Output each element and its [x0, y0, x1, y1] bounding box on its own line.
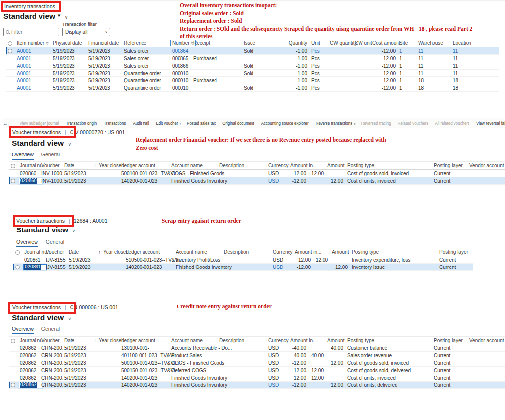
col-header-currency[interactable]: Currency	[266, 162, 289, 170]
col-header-year-closed[interactable]: Year closed	[97, 337, 119, 344]
toolbar-button[interactable]: View reversal failures	[476, 121, 505, 126]
grid-filter-searchbox[interactable]	[3, 28, 59, 36]
tab[interactable]: General	[46, 239, 64, 247]
toolbar-button[interactable]: View subledger journal	[19, 121, 60, 126]
col-header-posting-layer[interactable]: Posting layer	[432, 162, 468, 170]
col-header-account-name[interactable]: Account name	[169, 162, 217, 170]
sort-ascending-icon[interactable]: ↑	[92, 162, 97, 170]
journal-number-editbox[interactable]: 020862	[20, 353, 36, 358]
filter-icon[interactable]: ▽	[46, 42, 48, 45]
number-link[interactable]: 000010	[170, 77, 191, 84]
row-radio[interactable]	[8, 49, 12, 53]
toolbar-button[interactable]: Transaction origin	[66, 121, 98, 126]
toolbar-button[interactable]: Edit voucher∨	[156, 121, 181, 126]
col-header-description[interactable]: Description	[217, 337, 266, 344]
col-header-journal-number[interactable]: Journal nu...	[18, 337, 39, 344]
col-header-amount[interactable]: Amount	[325, 162, 345, 170]
select-all-radio[interactable]	[15, 250, 20, 255]
voucher-table-row[interactable]: 020860 INV-1000... 5/19/2023 140200-001-…	[9, 177, 505, 185]
item-number-link[interactable]: A0001	[15, 55, 51, 62]
col-header-quantity[interactable]: Quantity	[286, 39, 309, 47]
col-header-ledger-account[interactable]: Ledger account	[124, 248, 174, 256]
col-header-unit[interactable]: Unit	[309, 39, 328, 47]
col-header-warehouse[interactable]: Warehouse	[416, 39, 451, 47]
toolbar-button[interactable]: Posted sales tax	[187, 121, 217, 126]
col-header-cw-unit[interactable]: CW unit	[353, 39, 370, 47]
voucher-table-row[interactable]: 020860 INV-1000... 5/19/2023 500100-001-…	[9, 170, 505, 177]
inventory-table-row[interactable]: A0001 5/19/2023 5/19/2023 Quarantine ord…	[6, 70, 499, 77]
row-radio[interactable]	[11, 383, 15, 387]
tab[interactable]: General	[41, 326, 60, 334]
number-link[interactable]: 000864	[170, 47, 191, 55]
view-selector[interactable]: Standard view ∨	[16, 226, 75, 234]
tab[interactable]: Overview	[16, 239, 38, 247]
col-header-account-name[interactable]: Account name	[174, 248, 222, 256]
toolbar-button[interactable]: Original document	[222, 121, 255, 126]
col-header-journal-number[interactable]: Journal nu...	[22, 248, 44, 256]
inventory-table-row[interactable]: A0001 5/19/2023 5/19/2023 Sales order 00…	[6, 47, 499, 55]
col-header-voucher[interactable]: Voucher	[39, 337, 62, 344]
col-header-posting-layer[interactable]: Posting layer	[437, 248, 473, 256]
col-header-date[interactable]: Date	[62, 337, 92, 344]
view-selector[interactable]: Standard view ∨	[12, 139, 71, 148]
inventory-table-row[interactable]: A0001 5/19/2023 5/19/2023 Sales order 00…	[6, 62, 499, 70]
tab[interactable]: Overview	[12, 152, 34, 160]
col-header-description[interactable]: Description	[217, 162, 266, 170]
journal-number-editbox[interactable]: 020862	[20, 368, 36, 373]
journal-number-editbox[interactable]: 020861	[24, 257, 40, 263]
tab[interactable]: General	[41, 152, 60, 160]
col-header-posting-type[interactable]: Posting type	[345, 162, 432, 170]
col-header-amount-in[interactable]: Amount in...	[289, 337, 308, 344]
col-header-year-closed[interactable]: Year closed	[101, 248, 124, 256]
back-arrow-icon[interactable]: ←	[3, 120, 8, 127]
toolbar-button[interactable]: Related vouchers	[398, 121, 430, 126]
toolbar-button[interactable]: Audit trail	[133, 121, 150, 126]
col-header-amount[interactable]: Amount	[330, 248, 350, 256]
journal-number-editbox[interactable]: 020860	[20, 171, 36, 176]
col-header-physical-date[interactable]: Physical date	[51, 39, 86, 47]
item-number-link[interactable]: A0001	[15, 70, 51, 77]
col-header-amount-in[interactable]: Amount in...	[293, 248, 313, 256]
number-link[interactable]: 000010	[170, 84, 191, 92]
col-header-cost-amount[interactable]: Cost amount	[370, 39, 397, 47]
journal-number-editbox[interactable]: 020862	[20, 375, 36, 381]
col-header-amount-in[interactable]: Amount in...	[289, 162, 308, 170]
item-number-link[interactable]: A0001	[15, 77, 51, 84]
transaction-filter-dropdown[interactable]: Display all ∨	[62, 28, 110, 36]
col-header-year-closed[interactable]: Year closed	[97, 162, 119, 170]
col-header-posting-type[interactable]: Posting type	[345, 337, 432, 344]
col-header-receipt[interactable]: Receipt	[191, 39, 242, 47]
voucher-table-row[interactable]: 020862 CRN-200... 5/19/2023 140200-001-0…	[9, 382, 505, 389]
journal-number-editbox[interactable]: 020860	[19, 178, 42, 184]
row-radio[interactable]	[15, 265, 20, 269]
col-header-voucher[interactable]: Voucher	[44, 248, 67, 256]
inventory-table-row[interactable]: A0001 5/19/2023 5/19/2023 Sales order 00…	[6, 55, 499, 62]
col-header-voucher[interactable]: Voucher	[39, 162, 62, 170]
col-header-posting-layer[interactable]: Posting layer	[432, 337, 468, 344]
col-header-vendor-account[interactable]: Vendor account	[468, 337, 505, 344]
col-header-journal-number[interactable]: Journal nu...	[18, 162, 39, 170]
tab[interactable]: Overview	[12, 326, 34, 334]
journal-number-editbox[interactable]: 020862	[20, 360, 36, 366]
col-header-posting-type[interactable]: Posting type	[350, 248, 437, 256]
col-header-reference[interactable]: Reference	[122, 39, 170, 47]
col-header-date[interactable]: Date	[67, 248, 96, 256]
col-header-site[interactable]: Site	[397, 39, 416, 47]
voucher-table-row[interactable]: 020862 CRN-200... 5/19/2023 500150-001-0…	[9, 367, 505, 374]
sort-ascending-icon[interactable]: ↑	[92, 337, 97, 344]
voucher-table-row[interactable]: 020861 IJV-8155 5/19/2023 510500-001-023…	[13, 256, 473, 264]
item-number-link[interactable]: A0001	[15, 84, 51, 92]
number-link[interactable]: 000010	[170, 70, 191, 77]
item-number-link[interactable]: A0001	[15, 62, 51, 70]
voucher-table-row[interactable]: 020862 CRN-200... 5/19/2023 140200-001-0…	[9, 374, 505, 382]
number-link[interactable]: 000866	[170, 62, 191, 70]
voucher-table-row[interactable]: 020862 CRN-200... 5/19/2023 130100-001- …	[9, 344, 505, 352]
col-header-item-number[interactable]: Item number▽	[15, 39, 51, 47]
col-header-currency[interactable]: Currency	[266, 337, 289, 344]
voucher-table-row[interactable]: 020862 CRN-200... 5/19/2023 500100-001-0…	[9, 359, 505, 367]
toolbar-button[interactable]: Accounting source explorer	[261, 121, 310, 126]
sort-ascending-icon[interactable]: ↑	[96, 248, 101, 256]
journal-number-editbox[interactable]: 020861	[23, 264, 47, 270]
filter-input[interactable]	[11, 29, 53, 35]
col-header-date[interactable]: Date	[62, 162, 92, 170]
